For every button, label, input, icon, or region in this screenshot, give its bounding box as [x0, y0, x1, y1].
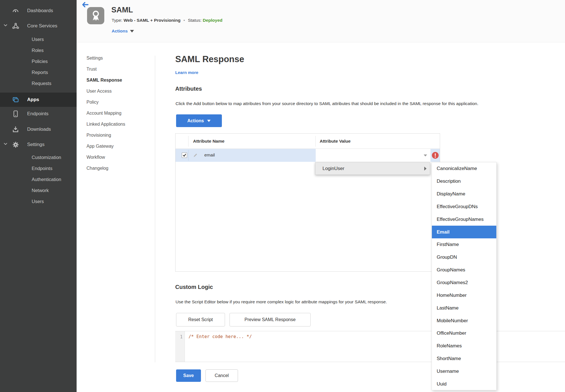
app-header: SAML Type: Web - SAML + Provisioning • S… — [77, 0, 565, 42]
learn-more-link[interactable]: Learn more — [175, 70, 198, 75]
app-meta: Type: Web - SAML + Provisioning • Status… — [112, 18, 222, 23]
sidebar-item-label: Core Services — [27, 23, 57, 29]
sidebar-item-label: Dashboards — [27, 8, 53, 14]
sidebar-item-label: Settings — [27, 142, 44, 147]
attribute-name-cell: email — [204, 153, 215, 158]
meta-separator: • — [182, 18, 187, 23]
preview-saml-response-button[interactable]: Preview SAML Response — [230, 313, 311, 326]
sidebar-item-reports[interactable]: Reports — [32, 69, 48, 76]
sidebar-item-dashboards[interactable]: Dashboards — [0, 7, 77, 15]
sidebar-item-users-settings[interactable]: Users — [32, 198, 44, 205]
sidebar-item-network[interactable]: Network — [32, 187, 49, 194]
submenu-item-displayname[interactable]: DisplayName — [432, 188, 496, 201]
caret-down-icon — [130, 30, 134, 32]
sidebar-item-endpoints-settings[interactable]: Endpoints — [32, 165, 52, 172]
status-badge: Deployed — [203, 18, 222, 23]
submenu-item-groupdn[interactable]: GroupDN — [432, 251, 496, 264]
sidebar-item-endpoints[interactable]: Endpoints — [0, 110, 77, 118]
sidebar-item-users[interactable]: Users — [32, 36, 44, 43]
gauge-icon — [12, 7, 19, 14]
attributes-description: Click the Add button below to map attrib… — [176, 101, 479, 106]
sidebar-item-requests[interactable]: Requests — [32, 80, 51, 87]
attributes-actions-button[interactable]: Actions — [176, 114, 222, 127]
sidebar-item-authentication[interactable]: Authentication — [32, 176, 61, 183]
submenu-item-rolenames[interactable]: RoleNames — [432, 340, 496, 352]
sidebar-item-settings[interactable]: Settings — [0, 141, 77, 149]
table-row[interactable]: email — [176, 149, 440, 162]
submenu-item-canonicalizename[interactable]: CanonicalizeName — [432, 162, 496, 175]
tab-changelog[interactable]: Changelog — [86, 163, 153, 174]
sidebar-item-core-services[interactable]: Core Services — [0, 22, 77, 30]
status-label: Status: — [188, 18, 202, 23]
content-divider — [155, 56, 155, 362]
sidebar-item-policies[interactable]: Policies — [32, 58, 48, 65]
tab-policy[interactable]: Policy — [86, 97, 153, 108]
column-header-attribute-value: Attribute Value — [320, 134, 350, 149]
column-header-attribute-name: Attribute Name — [193, 134, 224, 149]
tab-saml-response[interactable]: SAML Response — [86, 75, 153, 86]
tab-account-mapping[interactable]: Account Mapping — [86, 108, 153, 119]
device-icon — [12, 110, 19, 117]
dropdown-item-loginuser[interactable]: LoginUser — [315, 162, 430, 175]
submenu-item-username[interactable]: Username — [432, 365, 496, 378]
tab-settings[interactable]: Settings — [86, 53, 153, 64]
submenu-item-officenumber[interactable]: OfficeNumber — [432, 327, 496, 340]
submenu-item-uuid[interactable]: Uuid — [432, 378, 496, 390]
submenu-item-firstname[interactable]: FirstName — [432, 238, 496, 251]
custom-logic-heading: Custom Logic — [175, 284, 213, 290]
sidebar-item-apps[interactable]: Apps — [0, 93, 77, 107]
edit-pencil-icon[interactable] — [193, 153, 198, 159]
tab-user-access[interactable]: User Access — [86, 86, 153, 97]
chevron-down-icon — [3, 142, 8, 147]
tab-trust[interactable]: Trust — [86, 64, 153, 75]
submenu-item-shortname[interactable]: ShortName — [432, 352, 496, 365]
tab-provisioning[interactable]: Provisioning — [86, 130, 153, 141]
submenu-item-description[interactable]: Description — [432, 175, 496, 188]
page: Dashboards Core Services Users Roles Pol… — [0, 0, 565, 392]
attributes-heading: Attributes — [175, 86, 202, 92]
submenu-item-homenumber[interactable]: HomeNumber — [432, 289, 496, 302]
submenu-item-email[interactable]: Email — [432, 226, 496, 238]
table-header: Attribute Name Attribute Value — [176, 134, 440, 149]
submenu-item-effectivegroupnames[interactable]: EffectiveGroupNames — [432, 213, 496, 226]
editor-line-gutter: 1 — [175, 331, 185, 362]
cancel-button[interactable]: Cancel — [205, 369, 238, 382]
sidebar: Dashboards Core Services Users Roles Pol… — [0, 0, 77, 392]
submenu-item-lastname[interactable]: LastName — [432, 302, 496, 314]
type-value: Web - SAML + Provisioning — [124, 18, 180, 23]
app-subnav: Settings Trust SAML Response User Access… — [86, 53, 153, 174]
row-checkbox[interactable] — [182, 153, 187, 158]
submenu-item-groupnames2[interactable]: GroupNames2 — [432, 276, 496, 289]
chevron-down-icon — [3, 23, 8, 29]
attribute-value-dropdown[interactable] — [316, 149, 430, 162]
column-separator — [188, 150, 189, 161]
editor-code-area[interactable]: /* Enter code here... */ — [185, 331, 552, 362]
core-services-icon — [12, 22, 19, 30]
tab-app-gateway[interactable]: App Gateway — [86, 141, 153, 152]
submenu-item-groupnames[interactable]: GroupNames — [432, 264, 496, 276]
attributes-table: Attribute Name Attribute Value email — [175, 133, 440, 272]
sidebar-item-customization[interactable]: Customization — [32, 154, 61, 161]
caret-down-icon — [207, 120, 211, 122]
tab-linked-applications[interactable]: Linked Applications — [86, 119, 153, 130]
header-actions-menu[interactable]: Actions — [112, 29, 134, 34]
submenu-item-effectivegroupdns[interactable]: EffectiveGroupDNs — [432, 201, 496, 213]
sidebar-item-roles[interactable]: Roles — [32, 47, 44, 54]
reset-script-button[interactable]: Reset Script — [176, 313, 225, 326]
type-label: Type: — [112, 18, 122, 23]
app-ribbon-icon — [87, 7, 104, 24]
caret-down-icon — [424, 154, 427, 156]
error-icon — [432, 152, 439, 159]
tab-workflow[interactable]: Workflow — [86, 152, 153, 163]
sidebar-item-downloads[interactable]: Downloads — [0, 125, 77, 133]
script-editor[interactable]: 1 /* Enter code here... */ — [175, 331, 565, 362]
back-arrow-icon[interactable] — [82, 2, 89, 8]
sidebar-item-label: Endpoints — [27, 111, 49, 117]
attribute-submenu: CanonicalizeName Description DisplayName… — [432, 162, 497, 390]
gear-icon — [12, 141, 19, 148]
submenu-arrow-icon — [424, 167, 427, 171]
actions-button-label: Actions — [187, 118, 204, 123]
app-title: SAML — [111, 6, 133, 14]
submenu-item-mobilenumber[interactable]: MobileNumber — [432, 314, 496, 327]
save-button[interactable]: Save — [176, 369, 201, 382]
